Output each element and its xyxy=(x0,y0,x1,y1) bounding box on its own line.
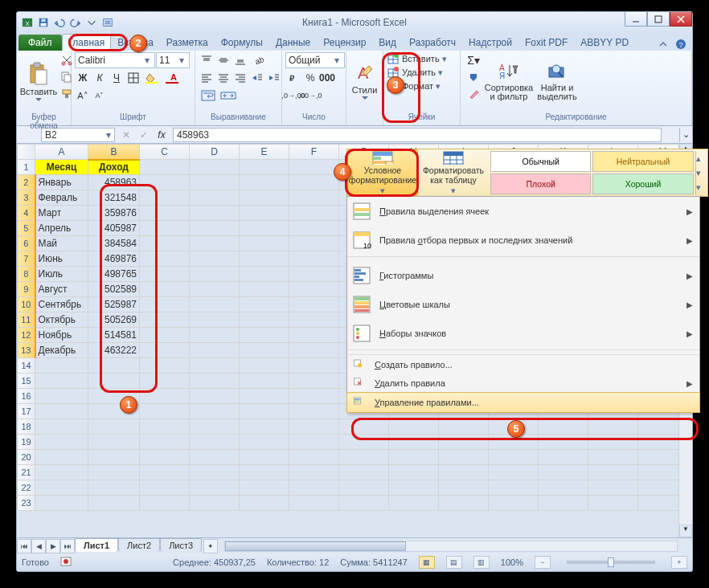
cell-D23[interactable] xyxy=(190,496,240,511)
minimize-ribbon-icon[interactable] xyxy=(657,38,670,51)
redo-icon[interactable] xyxy=(68,15,83,30)
horizontal-scrollbar[interactable] xyxy=(224,541,678,552)
styles-button[interactable]: A Стили xyxy=(350,52,379,110)
row-header-16[interactable]: 16 xyxy=(18,389,35,404)
style-swatch-2[interactable]: Плохой xyxy=(490,174,591,194)
cell-F8[interactable] xyxy=(289,267,339,282)
cell-E11[interactable] xyxy=(240,312,289,328)
cell-E15[interactable] xyxy=(240,374,289,389)
cell-K23[interactable] xyxy=(539,496,588,511)
row-header-9[interactable]: 9 xyxy=(18,282,35,297)
row-header-15[interactable]: 15 xyxy=(18,374,35,389)
style-swatch-3[interactable]: Хороший xyxy=(592,174,693,194)
cell-C10[interactable] xyxy=(140,297,190,312)
cell-A16[interactable] xyxy=(35,389,88,404)
row-header-6[interactable]: 6 xyxy=(18,236,35,251)
menu-item-top-bottom-rules[interactable]: 10Правила отбора первых и последних знач… xyxy=(347,226,699,255)
tab-home[interactable]: Главная xyxy=(62,34,112,51)
cell-F16[interactable] xyxy=(289,389,339,404)
align-left-icon[interactable] xyxy=(199,70,215,86)
cell-H21[interactable] xyxy=(389,465,439,480)
orientation-icon[interactable]: ab xyxy=(249,52,268,68)
cell-E1[interactable] xyxy=(240,160,289,175)
cell-C3[interactable] xyxy=(140,190,190,206)
cell-D5[interactable] xyxy=(190,221,240,236)
cell-F14[interactable] xyxy=(289,358,339,374)
cell-I18[interactable] xyxy=(439,419,489,435)
cell-A21[interactable] xyxy=(35,465,88,480)
bold-button[interactable]: Ж xyxy=(75,70,91,86)
fill-button[interactable] xyxy=(464,69,483,85)
cell-C11[interactable] xyxy=(140,312,190,328)
cell-B14[interactable] xyxy=(88,358,140,374)
sheet-nav-first-icon[interactable]: ⏮ xyxy=(17,539,31,553)
cell-F6[interactable] xyxy=(289,236,339,251)
tab-addins[interactable]: Надстрой xyxy=(462,34,518,51)
sheet-tab-3[interactable]: Лист3 xyxy=(160,538,202,552)
cell-I20[interactable] xyxy=(439,450,489,465)
cell-C12[interactable] xyxy=(140,328,190,343)
wrap-text-icon[interactable] xyxy=(199,88,218,104)
decrease-font-icon[interactable]: A˅ xyxy=(92,88,108,104)
cell-E12[interactable] xyxy=(240,328,289,343)
cell-E19[interactable] xyxy=(240,435,289,450)
cell-E20[interactable] xyxy=(240,450,289,465)
maximize-button[interactable] xyxy=(647,12,670,27)
cell-B6[interactable]: 384584 xyxy=(88,236,140,251)
paste-button[interactable]: Вставить xyxy=(20,52,57,110)
autosum-button[interactable]: Σ▾ xyxy=(464,52,483,68)
cell-C20[interactable] xyxy=(140,450,190,465)
cell-D13[interactable] xyxy=(190,343,240,358)
menu-item-manage-rules[interactable]: Управление правилами... xyxy=(347,393,699,412)
cell-E18[interactable] xyxy=(240,419,289,435)
column-header-F[interactable]: F xyxy=(289,145,339,160)
sheet-tab-1[interactable]: Лист1 xyxy=(75,538,118,552)
cell-B9[interactable]: 502589 xyxy=(88,282,140,297)
decrease-decimal-icon[interactable]: ,00→,0 xyxy=(302,88,318,104)
cell-A10[interactable]: Сентябрь xyxy=(35,297,88,312)
align-right-icon[interactable] xyxy=(232,70,248,86)
tab-review[interactable]: Рецензир xyxy=(317,34,372,51)
cell-A17[interactable] xyxy=(35,404,88,419)
cell-A6[interactable]: Май xyxy=(35,236,88,251)
tab-formulas[interactable]: Формулы xyxy=(215,34,269,51)
cell-A4[interactable]: Март xyxy=(35,206,88,221)
cell-A9[interactable]: Август xyxy=(35,282,88,297)
cell-C15[interactable] xyxy=(140,374,190,389)
cell-E5[interactable] xyxy=(240,221,289,236)
cell-F5[interactable] xyxy=(289,221,339,236)
cell-E6[interactable] xyxy=(240,236,289,251)
cell-F12[interactable] xyxy=(289,328,339,343)
tab-data[interactable]: Данные xyxy=(269,34,317,51)
cell-C21[interactable] xyxy=(140,465,190,480)
font-size-combo[interactable]: 11▾ xyxy=(156,52,190,68)
cell-D9[interactable] xyxy=(190,282,240,297)
cell-styles-gallery[interactable]: ОбычныйНейтральныйПлохойХороший▴▾▾ xyxy=(489,149,707,196)
cell-A2[interactable]: Январь xyxy=(35,175,88,190)
menu-item-highlight-rules[interactable]: Правила выделения ячеек▶ xyxy=(347,197,699,226)
fill-color-button[interactable] xyxy=(142,70,162,86)
cell-A5[interactable]: Апрель xyxy=(35,221,88,236)
row-header-4[interactable]: 4 xyxy=(18,206,35,221)
row-header-11[interactable]: 11 xyxy=(18,312,35,328)
insert-cells-button[interactable]: Вставить▾ xyxy=(387,52,457,65)
cell-B18[interactable] xyxy=(88,419,140,435)
cell-D12[interactable] xyxy=(190,328,240,343)
cell-A8[interactable]: Июль xyxy=(35,267,88,282)
sheet-nav-next-icon[interactable]: ▶ xyxy=(46,539,60,553)
ribbon-customize-icon[interactable] xyxy=(100,15,115,30)
number-format-combo[interactable]: Общий▾ xyxy=(285,52,345,68)
cell-K22[interactable] xyxy=(539,480,588,496)
minimize-button[interactable] xyxy=(625,12,647,27)
cell-C18[interactable] xyxy=(140,419,190,435)
menu-item-color-scales[interactable]: Цветовые шкалы▶ xyxy=(347,290,699,319)
cell-L18[interactable] xyxy=(588,419,638,435)
cell-D10[interactable] xyxy=(190,297,240,312)
cell-D4[interactable] xyxy=(190,206,240,221)
cell-D19[interactable] xyxy=(190,435,240,450)
qat-more-icon[interactable] xyxy=(84,15,99,30)
view-page-layout-icon[interactable]: ▤ xyxy=(446,556,462,569)
font-name-combo[interactable]: Calibri▾ xyxy=(75,52,155,68)
cancel-edit-icon[interactable]: ✕ xyxy=(118,127,134,143)
cell-G19[interactable] xyxy=(339,435,389,450)
